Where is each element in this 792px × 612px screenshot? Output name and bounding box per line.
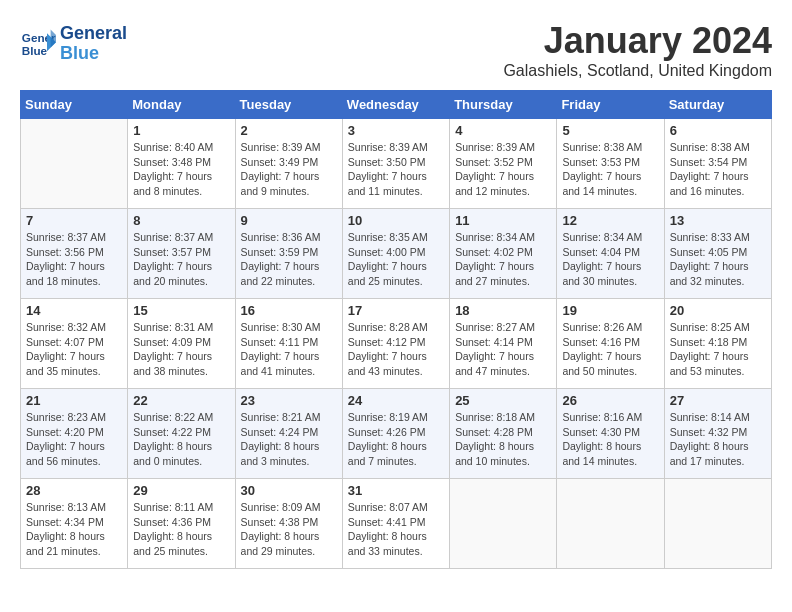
calendar-cell: 22Sunrise: 8:22 AM Sunset: 4:22 PM Dayli… xyxy=(128,389,235,479)
day-number: 3 xyxy=(348,123,444,138)
day-info: Sunrise: 8:18 AM Sunset: 4:28 PM Dayligh… xyxy=(455,410,551,469)
day-number: 12 xyxy=(562,213,658,228)
day-number: 20 xyxy=(670,303,766,318)
day-number: 26 xyxy=(562,393,658,408)
day-number: 21 xyxy=(26,393,122,408)
calendar-cell: 17Sunrise: 8:28 AM Sunset: 4:12 PM Dayli… xyxy=(342,299,449,389)
svg-text:Blue: Blue xyxy=(22,44,48,57)
day-info: Sunrise: 8:07 AM Sunset: 4:41 PM Dayligh… xyxy=(348,500,444,559)
day-number: 6 xyxy=(670,123,766,138)
day-number: 30 xyxy=(241,483,337,498)
day-info: Sunrise: 8:22 AM Sunset: 4:22 PM Dayligh… xyxy=(133,410,229,469)
day-info: Sunrise: 8:38 AM Sunset: 3:53 PM Dayligh… xyxy=(562,140,658,199)
day-info: Sunrise: 8:14 AM Sunset: 4:32 PM Dayligh… xyxy=(670,410,766,469)
week-row-2: 7Sunrise: 8:37 AM Sunset: 3:56 PM Daylig… xyxy=(21,209,772,299)
day-number: 31 xyxy=(348,483,444,498)
day-number: 9 xyxy=(241,213,337,228)
calendar-cell: 1Sunrise: 8:40 AM Sunset: 3:48 PM Daylig… xyxy=(128,119,235,209)
day-info: Sunrise: 8:11 AM Sunset: 4:36 PM Dayligh… xyxy=(133,500,229,559)
day-info: Sunrise: 8:39 AM Sunset: 3:52 PM Dayligh… xyxy=(455,140,551,199)
day-info: Sunrise: 8:19 AM Sunset: 4:26 PM Dayligh… xyxy=(348,410,444,469)
day-number: 16 xyxy=(241,303,337,318)
weekday-header-friday: Friday xyxy=(557,91,664,119)
calendar-cell: 21Sunrise: 8:23 AM Sunset: 4:20 PM Dayli… xyxy=(21,389,128,479)
day-info: Sunrise: 8:36 AM Sunset: 3:59 PM Dayligh… xyxy=(241,230,337,289)
day-info: Sunrise: 8:13 AM Sunset: 4:34 PM Dayligh… xyxy=(26,500,122,559)
calendar-cell: 29Sunrise: 8:11 AM Sunset: 4:36 PM Dayli… xyxy=(128,479,235,569)
day-number: 11 xyxy=(455,213,551,228)
day-info: Sunrise: 8:27 AM Sunset: 4:14 PM Dayligh… xyxy=(455,320,551,379)
week-row-5: 28Sunrise: 8:13 AM Sunset: 4:34 PM Dayli… xyxy=(21,479,772,569)
day-number: 10 xyxy=(348,213,444,228)
calendar-cell: 7Sunrise: 8:37 AM Sunset: 3:56 PM Daylig… xyxy=(21,209,128,299)
calendar-cell: 10Sunrise: 8:35 AM Sunset: 4:00 PM Dayli… xyxy=(342,209,449,299)
day-number: 13 xyxy=(670,213,766,228)
day-number: 25 xyxy=(455,393,551,408)
day-number: 4 xyxy=(455,123,551,138)
day-number: 2 xyxy=(241,123,337,138)
calendar-cell: 24Sunrise: 8:19 AM Sunset: 4:26 PM Dayli… xyxy=(342,389,449,479)
calendar-cell: 28Sunrise: 8:13 AM Sunset: 4:34 PM Dayli… xyxy=(21,479,128,569)
weekday-header-saturday: Saturday xyxy=(664,91,771,119)
day-number: 17 xyxy=(348,303,444,318)
day-number: 14 xyxy=(26,303,122,318)
weekday-header-sunday: Sunday xyxy=(21,91,128,119)
calendar-cell: 6Sunrise: 8:38 AM Sunset: 3:54 PM Daylig… xyxy=(664,119,771,209)
day-number: 8 xyxy=(133,213,229,228)
calendar-cell: 11Sunrise: 8:34 AM Sunset: 4:02 PM Dayli… xyxy=(450,209,557,299)
weekday-header-thursday: Thursday xyxy=(450,91,557,119)
day-info: Sunrise: 8:16 AM Sunset: 4:30 PM Dayligh… xyxy=(562,410,658,469)
calendar-cell: 15Sunrise: 8:31 AM Sunset: 4:09 PM Dayli… xyxy=(128,299,235,389)
calendar-cell xyxy=(664,479,771,569)
weekday-header-row: SundayMondayTuesdayWednesdayThursdayFrid… xyxy=(21,91,772,119)
calendar-header: SundayMondayTuesdayWednesdayThursdayFrid… xyxy=(21,91,772,119)
calendar-cell xyxy=(450,479,557,569)
weekday-header-monday: Monday xyxy=(128,91,235,119)
logo: General Blue General Blue xyxy=(20,24,127,64)
day-info: Sunrise: 8:21 AM Sunset: 4:24 PM Dayligh… xyxy=(241,410,337,469)
day-info: Sunrise: 8:39 AM Sunset: 3:50 PM Dayligh… xyxy=(348,140,444,199)
day-info: Sunrise: 8:37 AM Sunset: 3:57 PM Dayligh… xyxy=(133,230,229,289)
day-number: 29 xyxy=(133,483,229,498)
logo-icon: General Blue xyxy=(20,26,56,62)
day-number: 15 xyxy=(133,303,229,318)
calendar-cell: 3Sunrise: 8:39 AM Sunset: 3:50 PM Daylig… xyxy=(342,119,449,209)
day-number: 5 xyxy=(562,123,658,138)
calendar-cell: 23Sunrise: 8:21 AM Sunset: 4:24 PM Dayli… xyxy=(235,389,342,479)
day-info: Sunrise: 8:32 AM Sunset: 4:07 PM Dayligh… xyxy=(26,320,122,379)
weekday-header-tuesday: Tuesday xyxy=(235,91,342,119)
logo-line1: General xyxy=(60,24,127,44)
logo-line2: Blue xyxy=(60,44,127,64)
location-subtitle: Galashiels, Scotland, United Kingdom xyxy=(503,62,772,80)
week-row-4: 21Sunrise: 8:23 AM Sunset: 4:20 PM Dayli… xyxy=(21,389,772,479)
calendar-cell xyxy=(557,479,664,569)
calendar-table: SundayMondayTuesdayWednesdayThursdayFrid… xyxy=(20,90,772,569)
day-number: 19 xyxy=(562,303,658,318)
calendar-cell: 5Sunrise: 8:38 AM Sunset: 3:53 PM Daylig… xyxy=(557,119,664,209)
day-number: 23 xyxy=(241,393,337,408)
day-info: Sunrise: 8:23 AM Sunset: 4:20 PM Dayligh… xyxy=(26,410,122,469)
day-info: Sunrise: 8:40 AM Sunset: 3:48 PM Dayligh… xyxy=(133,140,229,199)
day-info: Sunrise: 8:30 AM Sunset: 4:11 PM Dayligh… xyxy=(241,320,337,379)
day-info: Sunrise: 8:25 AM Sunset: 4:18 PM Dayligh… xyxy=(670,320,766,379)
day-info: Sunrise: 8:31 AM Sunset: 4:09 PM Dayligh… xyxy=(133,320,229,379)
calendar-cell: 14Sunrise: 8:32 AM Sunset: 4:07 PM Dayli… xyxy=(21,299,128,389)
day-info: Sunrise: 8:28 AM Sunset: 4:12 PM Dayligh… xyxy=(348,320,444,379)
calendar-cell: 27Sunrise: 8:14 AM Sunset: 4:32 PM Dayli… xyxy=(664,389,771,479)
week-row-1: 1Sunrise: 8:40 AM Sunset: 3:48 PM Daylig… xyxy=(21,119,772,209)
day-number: 22 xyxy=(133,393,229,408)
day-info: Sunrise: 8:39 AM Sunset: 3:49 PM Dayligh… xyxy=(241,140,337,199)
page-header: General Blue General Blue January 2024 G… xyxy=(20,20,772,80)
day-info: Sunrise: 8:37 AM Sunset: 3:56 PM Dayligh… xyxy=(26,230,122,289)
day-number: 18 xyxy=(455,303,551,318)
calendar-cell: 31Sunrise: 8:07 AM Sunset: 4:41 PM Dayli… xyxy=(342,479,449,569)
weekday-header-wednesday: Wednesday xyxy=(342,91,449,119)
day-info: Sunrise: 8:38 AM Sunset: 3:54 PM Dayligh… xyxy=(670,140,766,199)
day-number: 7 xyxy=(26,213,122,228)
day-number: 1 xyxy=(133,123,229,138)
calendar-cell: 19Sunrise: 8:26 AM Sunset: 4:16 PM Dayli… xyxy=(557,299,664,389)
calendar-cell: 4Sunrise: 8:39 AM Sunset: 3:52 PM Daylig… xyxy=(450,119,557,209)
day-number: 28 xyxy=(26,483,122,498)
calendar-cell: 20Sunrise: 8:25 AM Sunset: 4:18 PM Dayli… xyxy=(664,299,771,389)
calendar-cell: 12Sunrise: 8:34 AM Sunset: 4:04 PM Dayli… xyxy=(557,209,664,299)
